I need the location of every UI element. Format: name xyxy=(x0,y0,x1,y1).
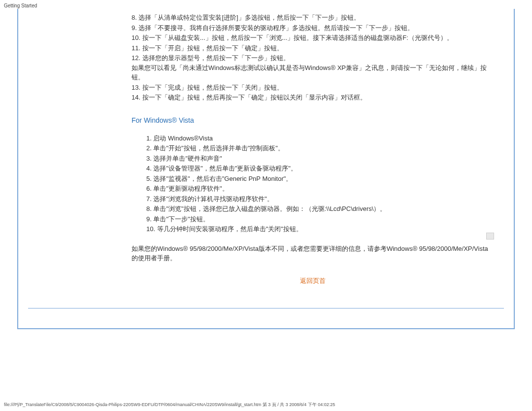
list-item-text: 启动 Windows®Vista xyxy=(153,135,213,142)
document-content: 8. 选择「从清单或特定位置安装[进阶]」多选按钮，然后按一下「下一步」按钮。9… xyxy=(18,9,514,295)
list-item: 10. 按一下「从磁盘安装...」按钮，然后按一下「浏览...」按钮。接下来请选… xyxy=(132,33,494,43)
list-item-number: 4. xyxy=(146,165,153,172)
list-item: 8. 选择「从清单或特定位置安装[进阶]」多选按钮，然后按一下「下一步」按钮。 xyxy=(132,13,494,23)
list-item-number: 6. xyxy=(146,185,153,192)
list-item-number: 2. xyxy=(146,144,153,152)
vista-instructions-list: 1. 启动 Windows®Vista2. 单击"开始"按钮，然后选择并单击"控… xyxy=(146,134,494,234)
list-item-text: 选择「不要搜寻。我将自行选择所要安装的驱动程序」多选按钮。然后请按一下「下一步」… xyxy=(138,24,414,32)
list-item-text: 选择"监视器"，然后右击"Generic PnP Monitor"。 xyxy=(153,175,292,182)
back-to-top-link-container: 返回页首 xyxy=(132,276,494,286)
list-item: 7. 选择"浏览我的计算机寻找驱动程序软件"。 xyxy=(146,194,494,204)
list-item-number: 1. xyxy=(146,135,153,142)
list-item-text: 等几分钟时间安装驱动程序，然后单击"关闭"按钮。 xyxy=(157,225,302,233)
list-item: 14. 按一下「确定」按钮，然后再按一下「确定」按钮以关闭「显示内容」对话框。 xyxy=(132,93,494,103)
list-item: 5. 选择"监视器"，然后右击"Generic PnP Monitor"。 xyxy=(146,174,494,184)
back-to-top-link[interactable]: 返回页首 xyxy=(300,277,326,284)
list-item-number: 8. xyxy=(132,14,138,21)
list-item-text: 选择您的显示器型号，然后按一下「下一步」按钮。 如果您可以看见「尚未通过Wind… xyxy=(132,54,487,81)
list-item-number: 9. xyxy=(146,215,153,223)
list-item-text: 按一下「从磁盘安装...」按钮，然后按一下「浏览...」按钮。接下来请选择适当的… xyxy=(142,34,453,41)
document-frame: 8. 选择「从清单或特定位置安装[进阶]」多选按钮，然后按一下「下一步」按钮。9… xyxy=(17,9,515,329)
version-note: 如果您的Windows® 95/98/2000/Me/XP/Vista版本不同，… xyxy=(132,244,494,263)
list-item-number: 11. xyxy=(132,44,142,52)
list-item-text: 按一下「完成」按钮，然后按一下「关闭」按钮。 xyxy=(142,84,283,91)
list-item-text: 选择「从清单或特定位置安装[进阶]」多选按钮，然后按一下「下一步」按钮。 xyxy=(138,14,360,21)
list-item-text: 单击"更新驱动程序软件"。 xyxy=(153,185,228,192)
list-item-text: 单击"下一步"按钮。 xyxy=(153,215,209,223)
list-item-number: 10. xyxy=(146,225,157,233)
list-item-text: 选择"设备管理器"，然后单击"更新设备驱动程序"。 xyxy=(153,165,297,172)
list-item: 11. 按一下「开启」按钮，然后按一下「确定」按钮。 xyxy=(132,43,494,53)
list-item: 10. 等几分钟时间安装驱动程序，然后单击"关闭"按钮。 xyxy=(146,224,494,234)
list-item-number: 8. xyxy=(146,205,153,212)
list-item-number: 12. xyxy=(132,54,142,62)
list-item-number: 5. xyxy=(146,175,153,182)
list-item-number: 13. xyxy=(132,84,142,91)
list-item-number: 14. xyxy=(132,94,142,101)
list-item-text: 选择"浏览我的计算机寻找驱动程序软件"。 xyxy=(153,195,273,203)
list-item: 9. 单击"下一步"按钮。 xyxy=(146,214,494,224)
list-item: 4. 选择"设备管理器"，然后单击"更新设备驱动程序"。 xyxy=(146,164,494,173)
list-item-text: 单击"开始"按钮，然后选择并单击"控制面板"。 xyxy=(153,144,284,152)
list-item-text: 按一下「开启」按钮，然后按一下「确定」按钮。 xyxy=(142,44,283,52)
bottom-divider xyxy=(28,308,504,308)
xp-instructions-list: 8. 选择「从清单或特定位置安装[进阶]」多选按钮，然后按一下「下一步」按钮。9… xyxy=(132,13,494,103)
list-item: 8. 单击"浏览"按钮，选择您已放入磁盘的驱动器。例如：（光驱:\\Lcd\PC… xyxy=(146,204,494,214)
list-item-number: 9. xyxy=(132,24,138,32)
list-item-text: 单击"浏览"按钮，选择您已放入磁盘的驱动器。例如：（光驱:\\Lcd\PC\dr… xyxy=(153,205,386,212)
page-header-label: Getting Started xyxy=(4,3,37,8)
list-item: 12. 选择您的显示器型号，然后按一下「下一步」按钮。 如果您可以看见「尚未通过… xyxy=(132,53,494,82)
list-item-text: 按一下「确定」按钮，然后再按一下「确定」按钮以关闭「显示内容」对话框。 xyxy=(142,94,366,101)
list-item: 1. 启动 Windows®Vista xyxy=(146,134,494,143)
vista-section-heading: For Windows® Vista xyxy=(132,115,494,126)
footer-file-url: file:///P|/P_TranslateFile/C9/2008/5/C90… xyxy=(4,402,335,408)
list-item: 3. 选择并单击"硬件和声音" xyxy=(146,154,494,164)
list-item: 6. 单击"更新驱动程序软件"。 xyxy=(146,184,494,194)
list-item-number: 7. xyxy=(146,195,153,203)
list-item: 13. 按一下「完成」按钮，然后按一下「关闭」按钮。 xyxy=(132,83,494,93)
list-item-text: 选择并单击"硬件和声音" xyxy=(153,155,222,162)
scrollbar-stub[interactable] xyxy=(486,233,494,240)
list-item: 9. 选择「不要搜寻。我将自行选择所要安装的驱动程序」多选按钮。然后请按一下「下… xyxy=(132,23,494,33)
list-item-number: 3. xyxy=(146,155,153,162)
list-item: 2. 单击"开始"按钮，然后选择并单击"控制面板"。 xyxy=(146,143,494,153)
list-item-number: 10. xyxy=(132,34,142,41)
